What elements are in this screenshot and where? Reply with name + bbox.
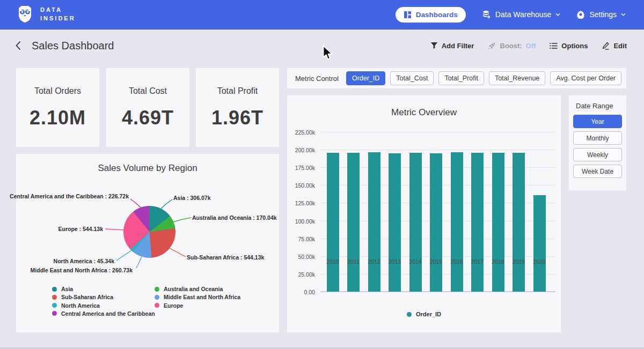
pie-label-sub-saharan-africa: Sub-Saharan Africa : 544.13k — [187, 254, 264, 261]
add-filter-button[interactable]: Add Filter — [430, 42, 474, 50]
metric-option-total-revenue[interactable]: Total_Revenue — [489, 71, 545, 85]
bar-2019[interactable] — [513, 153, 525, 292]
kpi-label: Total Orders — [16, 86, 99, 96]
x-tick-label: 2018 — [487, 258, 509, 265]
pie-label-central-america-and-the-caribbean: Central America and the Caribbean : 226.… — [10, 193, 129, 199]
date-range-buttons: YearMonthlyWeeklyWeek Date — [569, 115, 626, 178]
back-button[interactable] — [14, 40, 22, 51]
pie-legend-item-europe[interactable]: Europe — [155, 302, 183, 309]
top-nav: DATA INSIDER Dashboards — [0, 0, 644, 29]
legend-label: North America — [61, 302, 100, 309]
bar-chart-title: Metric Overview — [287, 107, 561, 118]
kpi-label: Total Profit — [196, 86, 279, 96]
sales-volume-panel: Sales Volume by Region Asia : 306.07kAus… — [16, 154, 279, 332]
legend-dot-icon — [407, 312, 412, 317]
pie-chart[interactable] — [123, 206, 175, 258]
legend-dot-icon — [52, 295, 57, 300]
owl-logo-icon — [15, 4, 35, 26]
kpi-value: 1.96T — [196, 107, 279, 129]
y-tick-label: 125.00k — [283, 200, 315, 206]
boost-toggle[interactable]: Boost: Off — [488, 42, 536, 50]
dashboard-grid-icon — [404, 11, 412, 19]
legend-dot-icon — [52, 303, 57, 308]
y-tick-label: 100.00k — [283, 218, 315, 225]
bar-2011[interactable] — [347, 153, 360, 292]
legend-label: Central America and the Caribbean — [61, 310, 155, 317]
gridline — [320, 150, 555, 150]
y-tick-label: 150.00k — [283, 182, 315, 189]
bar-2016[interactable] — [451, 152, 463, 292]
bar-2014[interactable] — [409, 153, 422, 292]
legend-dot-icon — [155, 303, 159, 308]
options-button[interactable]: Options — [550, 42, 588, 50]
date-range-weekly[interactable]: Weekly — [573, 148, 622, 161]
metric-option-total-cost[interactable]: Total_Cost — [390, 71, 434, 85]
settings-label: Settings — [589, 10, 617, 19]
kpi-card-total-profit[interactable]: Total Profit1.96T — [196, 68, 279, 147]
bar-2018[interactable] — [492, 153, 504, 292]
chevron-down-icon — [555, 12, 560, 17]
filter-funnel-icon — [430, 42, 438, 49]
kpi-card-total-orders[interactable]: Total Orders2.10M — [16, 68, 99, 147]
date-range-week-date[interactable]: Week Date — [573, 165, 622, 178]
y-tick-label: 0.00 — [283, 289, 315, 295]
bar-2012[interactable] — [368, 152, 380, 292]
metric-buttons: Order_IDTotal_CostTotal_ProfitTotal_Reve… — [346, 71, 621, 85]
bar-2015[interactable] — [430, 153, 442, 292]
gridline — [320, 132, 555, 132]
x-tick-label: 2011 — [343, 258, 364, 265]
legend-label: Australia and Oceania — [164, 286, 223, 292]
pie-label-asia: Asia : 306.07k — [173, 195, 210, 201]
pie-label-north-america: North America : 45.34k — [54, 258, 114, 264]
bar-chart-plot[interactable] — [320, 132, 555, 292]
bar-chart-legend: Order_ID — [287, 311, 561, 317]
pie-legend-item-asia[interactable]: Asia — [52, 286, 73, 292]
pie-legend-item-central-america-and-the-caribbean[interactable]: Central America and the Caribbean — [52, 310, 155, 317]
data-warehouse-menu[interactable]: Data Warehouse — [482, 10, 561, 19]
y-tick-label: 75.00k — [283, 236, 315, 242]
legend-label: Sub-Saharan Africa — [61, 294, 113, 300]
bar-legend-label: Order_ID — [416, 311, 441, 317]
x-tick-label: 2016 — [446, 258, 467, 265]
date-range-panel: Date Range YearMonthlyWeeklyWeek Date — [569, 95, 626, 190]
brand-logo: DATA INSIDER — [15, 4, 76, 26]
pie-legend-item-australia-and-oceania[interactable]: Australia and Oceania — [155, 286, 223, 292]
date-range-monthly[interactable]: Monthly — [573, 131, 622, 145]
pie-legend-item-middle-east-and-north-africa[interactable]: Middle East and North Africa — [155, 294, 240, 300]
x-tick-label: 2017 — [467, 258, 488, 265]
page-title: Sales Dashboard — [32, 40, 114, 52]
date-range-year[interactable]: Year — [573, 115, 622, 128]
boost-label: Boost: — [500, 42, 522, 50]
pencil-icon — [602, 42, 610, 50]
dashboards-label: Dashboards — [416, 11, 458, 19]
pie-legend-item-sub-saharan-africa[interactable]: Sub-Saharan Africa — [52, 294, 113, 300]
x-tick-label: 2013 — [384, 258, 406, 265]
bar-2020[interactable] — [533, 195, 546, 292]
metric-option-total-profit[interactable]: Total_Profit — [438, 71, 484, 85]
chevron-left-icon — [14, 40, 22, 51]
metric-option-avg-cost-per-order[interactable]: Avg. Cost per Order — [550, 71, 621, 85]
pie-chart-title: Sales Volume by Region — [16, 163, 279, 174]
bar-2017[interactable] — [471, 153, 484, 292]
pie-label-australia-and-oceania: Australia and Oceania : 170.04k — [192, 214, 277, 221]
rocket-icon — [488, 42, 496, 50]
brand-line2: INSIDER — [40, 14, 76, 23]
metric-control-label: Metric Control — [295, 75, 339, 83]
settings-menu[interactable]: Settings — [576, 10, 626, 19]
y-tick-label: 175.00k — [283, 165, 315, 171]
pie-legend-item-north-america[interactable]: North America — [52, 302, 100, 309]
kpi-label: Total Cost — [106, 86, 189, 96]
metric-overview-panel: Metric Overview 225.00k200.00k175.00k150… — [287, 95, 561, 332]
legend-dot-icon — [52, 311, 57, 316]
kpi-value: 4.69T — [106, 107, 189, 129]
bar-2013[interactable] — [389, 153, 401, 292]
list-options-icon — [550, 42, 558, 49]
edit-button[interactable]: Edit — [602, 42, 627, 50]
dashboards-button[interactable]: Dashboards — [396, 7, 466, 23]
bar-2010[interactable] — [327, 153, 339, 292]
y-tick-label: 50.00k — [283, 254, 315, 260]
pie-label-middle-east-and-north-africa: Middle East and North Africa : 260.73k — [31, 267, 133, 273]
kpi-card-total-cost[interactable]: Total Cost4.69T — [106, 68, 189, 147]
pie-label-europe: Europe : 544.13k — [58, 226, 103, 232]
metric-option-order-id[interactable]: Order_ID — [346, 71, 385, 85]
